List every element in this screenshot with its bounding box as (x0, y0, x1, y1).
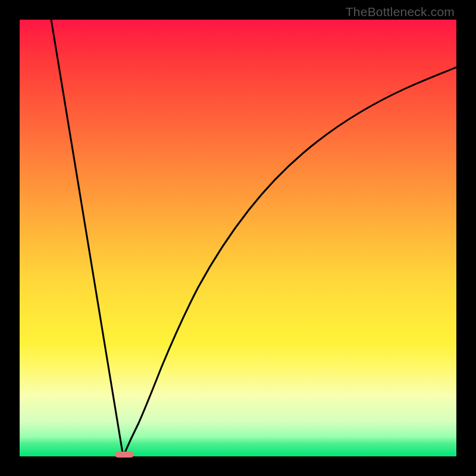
chart-curves (20, 20, 456, 456)
chart-container: TheBottleneck.com (0, 0, 476, 476)
minimum-marker (115, 452, 134, 458)
watermark-text: TheBottleneck.com (346, 5, 455, 19)
right-curve-path (123, 67, 456, 456)
left-line-path (51, 20, 123, 456)
